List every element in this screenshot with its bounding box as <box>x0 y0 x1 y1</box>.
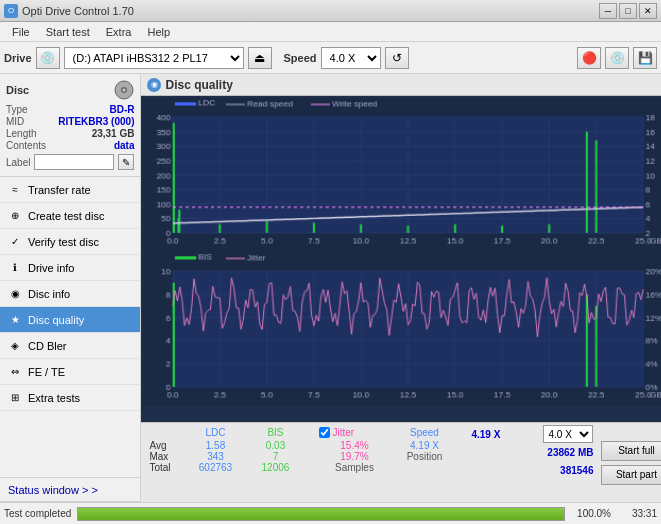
stats-total-row: Total 602763 12006 Samples <box>149 462 459 473</box>
cd-bler-icon: ◈ <box>8 339 22 353</box>
mid-value: RITEKBR3 (000) <box>58 116 134 127</box>
sidebar-status: Status window > > <box>0 477 140 502</box>
progress-percentage: 100.0% <box>571 508 611 519</box>
bis-jitter-chart <box>143 252 661 406</box>
drive-icon: 💿 <box>36 47 60 69</box>
transfer-rate-icon: ≈ <box>8 183 22 197</box>
verify-test-disc-icon: ✓ <box>8 235 22 249</box>
progress-bar-area: Test completed 100.0% 33:31 <box>0 502 661 524</box>
speed-select[interactable]: 4.0 X <box>321 47 381 69</box>
start-buttons: Start full Start part <box>597 423 661 502</box>
sidebar-item-extra-tests[interactable]: ⊞ Extra tests <box>0 385 140 411</box>
disc-info-label: Disc info <box>28 288 70 300</box>
contents-label: Contents <box>6 140 46 151</box>
speed-value: 4.19 X <box>471 429 500 440</box>
speed-label: Speed <box>284 52 317 64</box>
status-window-button[interactable]: Status window > > <box>0 478 140 502</box>
drive-info-label: Drive info <box>28 262 74 274</box>
stats-bar: LDC BIS Jitter Speed Avg 1.58 0.03 <box>141 422 661 502</box>
progress-status: Test completed <box>4 508 71 519</box>
drive-info-icon: ℹ <box>8 261 22 275</box>
cd-bler-label: CD Bler <box>28 340 67 352</box>
fe-te-icon: ⇔ <box>8 365 22 379</box>
minimize-button[interactable]: ─ <box>599 3 617 19</box>
disc-mid-row: MID RITEKBR3 (000) <box>6 116 134 127</box>
right-panel: ◉ Disc quality LDC BIS <box>141 74 661 502</box>
total-ldc: 602763 <box>185 462 245 473</box>
disc-section: Disc Type BD-R MID RITEKBR3 (000) Length… <box>0 74 140 177</box>
jitter-checkbox[interactable] <box>319 427 330 438</box>
total-label: Total <box>149 462 185 473</box>
position-value: 23862 MB <box>547 447 593 458</box>
status-window-label: Status window > > <box>8 484 98 496</box>
menu-help[interactable]: Help <box>139 24 178 40</box>
sidebar-item-verify-test-disc[interactable]: ✓ Verify test disc <box>0 229 140 255</box>
disc-button[interactable]: 💿 <box>605 47 629 69</box>
max-ldc: 343 <box>185 451 245 462</box>
app-icon: O <box>4 4 18 18</box>
label-input[interactable] <box>34 154 114 170</box>
type-value: BD-R <box>109 104 134 115</box>
extra-tests-label: Extra tests <box>28 392 80 404</box>
transfer-rate-label: Transfer rate <box>28 184 91 196</box>
length-label: Length <box>6 128 37 139</box>
title-bar-controls: ─ □ ✕ <box>599 3 657 19</box>
sidebar-item-disc-info[interactable]: ◉ Disc info <box>0 281 140 307</box>
length-value: 23,31 GB <box>92 128 135 139</box>
menu-extra[interactable]: Extra <box>98 24 140 40</box>
max-bis: 7 <box>245 451 305 462</box>
start-full-button[interactable]: Start full <box>601 441 661 461</box>
progress-track <box>77 507 565 521</box>
sidebar-nav: ≈ Transfer rate ⊕ Create test disc ✓ Ver… <box>0 177 140 411</box>
label-edit-button[interactable]: ✎ <box>118 154 134 170</box>
progress-time: 33:31 <box>617 508 657 519</box>
bis-header: BIS <box>245 427 305 438</box>
speed-row: 4.19 X 4.0 X <box>471 425 593 443</box>
stats-max-row: Max 343 7 19.7% Position <box>149 451 459 462</box>
create-test-disc-icon: ⊕ <box>8 209 22 223</box>
stats-table: LDC BIS Jitter Speed Avg 1.58 0.03 <box>141 423 467 502</box>
drive-select[interactable]: (D:) ATAPI iHBS312 2 PL17 <box>64 47 244 69</box>
menu-start-test[interactable]: Start test <box>38 24 98 40</box>
ldc-chart <box>143 98 661 252</box>
label-row: Label ✎ <box>6 154 134 170</box>
title-bar-left: O Opti Drive Control 1.70 <box>4 4 134 18</box>
main-area: Disc Type BD-R MID RITEKBR3 (000) Length… <box>0 74 661 502</box>
sidebar-item-transfer-rate[interactable]: ≈ Transfer rate <box>0 177 140 203</box>
menu-bar: File Start test Extra Help <box>0 22 661 42</box>
contents-value: data <box>114 140 135 151</box>
disc-quality-icon: ★ <box>8 313 22 327</box>
disc-icon <box>114 80 134 100</box>
max-jitter: 19.7% <box>319 451 389 462</box>
chart-title: Disc quality <box>165 78 232 92</box>
disc-contents-row: Contents data <box>6 140 134 151</box>
disc-quality-label: Disc quality <box>28 314 84 326</box>
jitter-header: Jitter <box>319 427 389 438</box>
disc-type-row: Type BD-R <box>6 104 134 115</box>
label-label: Label <box>6 157 30 168</box>
chart-header: ◉ Disc quality <box>141 74 661 96</box>
samples-row: 381546 <box>471 461 593 479</box>
samples-value: 381546 <box>560 465 593 476</box>
mid-label: MID <box>6 116 24 127</box>
close-button[interactable]: ✕ <box>639 3 657 19</box>
sidebar-item-cd-bler[interactable]: ◈ CD Bler <box>0 333 140 359</box>
start-part-button[interactable]: Start part <box>601 465 661 485</box>
avg-jitter: 15.4% <box>319 440 389 451</box>
max-label: Max <box>149 451 185 462</box>
sidebar-item-fe-te[interactable]: ⇔ FE / TE <box>0 359 140 385</box>
burn-icon-button[interactable]: 🔴 <box>577 47 601 69</box>
ldc-header: LDC <box>185 427 245 438</box>
sidebar-item-drive-info[interactable]: ℹ Drive info <box>0 255 140 281</box>
menu-file[interactable]: File <box>4 24 38 40</box>
sidebar-item-create-test-disc[interactable]: ⊕ Create test disc <box>0 203 140 229</box>
stats-speed-select[interactable]: 4.0 X <box>543 425 593 443</box>
avg-label: Avg <box>149 440 185 451</box>
maximize-button[interactable]: □ <box>619 3 637 19</box>
refresh-button[interactable]: ↺ <box>385 47 409 69</box>
eject-button[interactable]: ⏏ <box>248 47 272 69</box>
save-button[interactable]: 💾 <box>633 47 657 69</box>
create-test-disc-label: Create test disc <box>28 210 104 222</box>
avg-bis: 0.03 <box>245 440 305 451</box>
sidebar-item-disc-quality[interactable]: ★ Disc quality <box>0 307 140 333</box>
